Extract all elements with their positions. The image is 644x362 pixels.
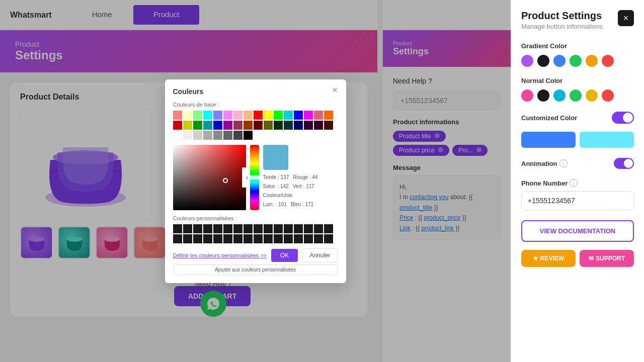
cc-4[interactable] [203, 224, 212, 233]
cc-17[interactable] [173, 234, 182, 243]
normal-dot-cyan[interactable] [553, 89, 566, 102]
gradient-dot-green[interactable] [570, 55, 582, 67]
phone-input[interactable] [521, 191, 634, 210]
cc-8[interactable] [244, 224, 253, 233]
cc-11[interactable] [274, 224, 283, 233]
normal-dot-red[interactable] [602, 89, 614, 102]
bc-1[interactable] [173, 111, 182, 120]
bc-35[interactable] [193, 131, 202, 140]
cc-25[interactable] [254, 234, 263, 243]
cc-7[interactable] [233, 224, 243, 233]
bc-28[interactable] [284, 121, 293, 130]
bc-24[interactable] [244, 121, 253, 130]
cc-9[interactable] [254, 224, 263, 233]
bc-22[interactable] [223, 121, 232, 130]
bc-10[interactable] [264, 111, 273, 120]
bc-19[interactable] [193, 121, 202, 130]
normal-dot-yellow[interactable] [586, 89, 598, 102]
bc-12[interactable] [284, 111, 293, 120]
bc-4[interactable] [203, 111, 212, 120]
custom-color-2[interactable] [580, 132, 634, 148]
bc-17[interactable] [173, 121, 182, 130]
close-button[interactable]: × [618, 10, 634, 26]
cc-16[interactable] [324, 224, 333, 233]
review-button[interactable]: ★ REVIEW [521, 250, 576, 267]
cc-20[interactable] [203, 234, 212, 243]
bc-11[interactable] [274, 111, 283, 120]
view-docs-button[interactable]: VIEW DOCUMENTATION [521, 220, 634, 242]
bc-21[interactable] [213, 121, 222, 130]
normal-dot-green[interactable] [570, 89, 582, 102]
cc-24[interactable] [244, 234, 253, 243]
bc-2[interactable] [183, 111, 192, 120]
bc-39[interactable] [233, 131, 243, 140]
define-custom-link[interactable]: Définir les couleurs personnalisées >> [173, 252, 267, 258]
bc-27[interactable] [274, 121, 283, 130]
bc-31[interactable] [314, 121, 323, 130]
picker-ok-button[interactable]: OK [271, 249, 298, 262]
bc-6[interactable] [223, 111, 232, 120]
bc-29[interactable] [294, 121, 303, 130]
bc-23[interactable] [233, 121, 243, 130]
cc-29[interactable] [294, 234, 303, 243]
bc-30[interactable] [304, 121, 313, 130]
bc-13[interactable] [294, 111, 303, 120]
bc-16[interactable] [324, 111, 333, 120]
cc-28[interactable] [284, 234, 293, 243]
gradient-dot-red[interactable] [602, 55, 614, 67]
bc-33[interactable] [173, 131, 182, 140]
cc-2[interactable] [183, 224, 192, 233]
cc-19[interactable] [193, 234, 202, 243]
cc-14[interactable] [304, 224, 313, 233]
bc-7[interactable] [233, 111, 243, 120]
bc-32[interactable] [324, 121, 333, 130]
cc-26[interactable] [264, 234, 273, 243]
cc-21[interactable] [213, 234, 222, 243]
hue-slider[interactable] [250, 145, 259, 210]
bc-37[interactable] [213, 131, 222, 140]
bc-3[interactable] [193, 111, 202, 120]
cc-13[interactable] [294, 224, 303, 233]
cc-10[interactable] [264, 224, 273, 233]
gradient-dot-orange[interactable] [586, 55, 598, 67]
bc-40[interactable] [244, 131, 253, 140]
gradient-picker[interactable] [173, 145, 246, 210]
bc-38[interactable] [223, 131, 232, 140]
bc-18[interactable] [183, 121, 192, 130]
bc-26[interactable] [264, 121, 273, 130]
picker-cancel-button[interactable]: Annuler [302, 248, 338, 262]
gradient-dot-blue[interactable] [553, 55, 566, 67]
gradient-dot-purple[interactable] [521, 55, 533, 67]
cc-12[interactable] [284, 224, 293, 233]
bc-25[interactable] [254, 121, 263, 130]
customized-toggle[interactable] [612, 112, 634, 124]
cc-32[interactable] [324, 234, 333, 243]
add-custom-button[interactable]: Ajouter aux couleurs personnalisées [173, 264, 338, 275]
normal-dot-pink[interactable] [521, 89, 533, 102]
bc-20[interactable] [203, 121, 212, 130]
bc-8[interactable] [244, 111, 253, 120]
cc-31[interactable] [314, 234, 323, 243]
cc-1[interactable] [173, 224, 182, 233]
bc-5[interactable] [213, 111, 222, 120]
bc-15[interactable] [314, 111, 323, 120]
cc-23[interactable] [233, 234, 243, 243]
custom-color-1[interactable] [521, 132, 576, 148]
bc-14[interactable] [304, 111, 313, 120]
annimation-toggle[interactable] [614, 158, 634, 169]
bc-9[interactable] [254, 111, 263, 120]
normal-dot-black[interactable] [537, 89, 549, 102]
cc-27[interactable] [274, 234, 283, 243]
cc-15[interactable] [314, 224, 323, 233]
cc-18[interactable] [183, 234, 192, 243]
cc-5[interactable] [213, 224, 222, 233]
cc-6[interactable] [223, 224, 232, 233]
modal-close-button[interactable]: × [329, 84, 341, 97]
bc-34[interactable] [183, 131, 192, 140]
bc-36[interactable] [203, 131, 212, 140]
cc-22[interactable] [223, 234, 232, 243]
cc-30[interactable] [304, 234, 313, 243]
support-button[interactable]: ✉ SUPPORT [580, 250, 634, 267]
cc-3[interactable] [193, 224, 202, 233]
gradient-dot-black[interactable] [537, 55, 549, 67]
